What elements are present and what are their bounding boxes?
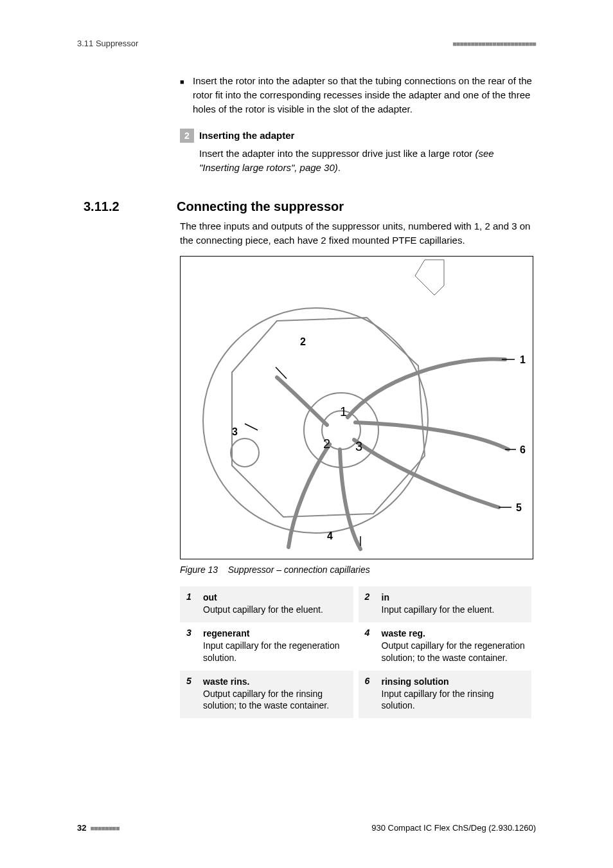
bullet-item: ■ Insert the rotor into the adapter so t… — [180, 74, 536, 116]
figure: 1 2 3 4 5 6 1 2 3 — [180, 256, 533, 559]
svg-text:3: 3 — [232, 426, 238, 437]
svg-text:5: 5 — [516, 502, 522, 513]
legend-row: 3 regenerantInput capillary for the rege… — [180, 622, 531, 671]
svg-text:6: 6 — [520, 444, 526, 455]
step-title: Inserting the adapter — [199, 129, 294, 141]
svg-text:1: 1 — [340, 404, 347, 419]
step-row: 2 Inserting the adapter — [180, 129, 536, 143]
header-section: 3.11 Suppressor — [77, 39, 138, 48]
legend-row: 1 outOutput capillary for the eluent. 2 … — [180, 586, 531, 622]
svg-text:3: 3 — [355, 439, 362, 453]
suppressor-diagram-icon: 1 2 3 4 5 6 1 2 3 — [181, 257, 533, 559]
header-decor: ■■■■■■■■■■■■■■■■■■■■■■■ — [452, 40, 536, 48]
section-number: 3.11.2 — [77, 199, 177, 214]
step-number-badge: 2 — [180, 129, 194, 143]
bullet-icon: ■ — [180, 74, 193, 116]
page-number: 32 — [77, 823, 86, 833]
legend-row: 5 waste rins.Output capillary for the ri… — [180, 671, 531, 719]
legend-table: 1 outOutput capillary for the eluent. 2 … — [180, 586, 531, 718]
section-paragraph: The three inputs and outputs of the supp… — [180, 219, 536, 248]
page-header: 3.11 Suppressor ■■■■■■■■■■■■■■■■■■■■■■■ — [77, 39, 536, 48]
section-title: Connecting the suppressor — [177, 199, 344, 214]
footer-doc-id: 930 Compact IC Flex ChS/Deg (2.930.1260) — [371, 823, 536, 833]
bullet-text: Insert the rotor into the adapter so tha… — [193, 74, 536, 116]
svg-text:1: 1 — [520, 354, 526, 365]
svg-text:2: 2 — [300, 336, 306, 347]
figure-caption: Figure 13 Suppressor – connection capill… — [180, 565, 536, 575]
footer-decor: ■■■■■■■■ — [90, 824, 119, 832]
section-heading: 3.11.2 Connecting the suppressor — [77, 199, 536, 214]
svg-text:4: 4 — [327, 530, 333, 541]
page-footer: 32 ■■■■■■■■ 930 Compact IC Flex ChS/Deg … — [77, 823, 536, 833]
svg-text:2: 2 — [323, 437, 330, 451]
step-body: Insert the adapter into the suppressor d… — [199, 147, 536, 175]
